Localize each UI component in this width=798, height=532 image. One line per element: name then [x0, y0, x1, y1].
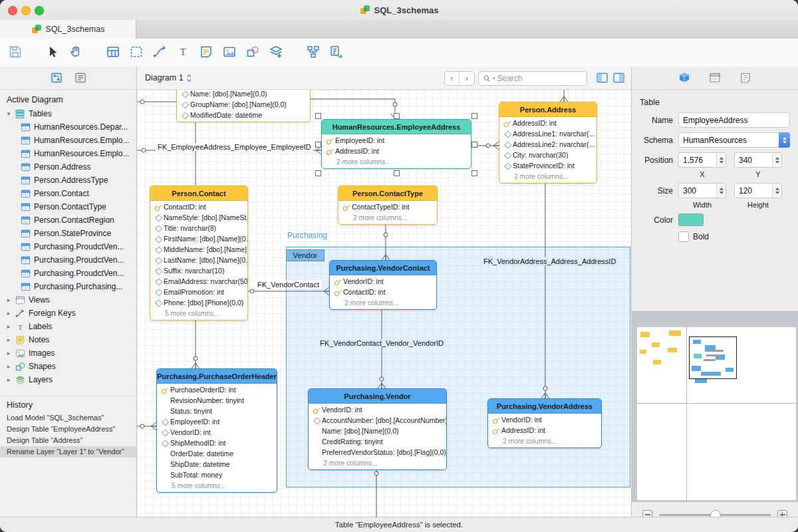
fk-label[interactable]: FK_EmployeeAddress_Employee_EmployeeID: [156, 143, 313, 151]
toolbar-new-view-button[interactable]: [126, 43, 146, 63]
toolbar-hand-button[interactable]: [66, 43, 86, 63]
table-field[interactable]: AddressLine2: nvarchar(...: [499, 139, 597, 150]
panel-tab-note[interactable]: [738, 70, 753, 85]
toolbar-new-shape-button[interactable]: [243, 43, 263, 63]
selection-handle[interactable]: [394, 113, 400, 119]
table-field[interactable]: ContactTypeID: int: [338, 201, 437, 212]
sidebar-item-purchasing-proudctven[interactable]: Purchasing.ProudctVen...: [0, 267, 136, 280]
table-vendor[interactable]: Purchasing.VendorVendorID: intAccountNum…: [308, 388, 447, 470]
table-field[interactable]: RevisionNumber: tinyint: [157, 395, 277, 406]
table-field[interactable]: VendorID: int: [488, 414, 601, 425]
disclosure-triangle[interactable]: ▸: [5, 297, 12, 303]
toolbar-new-label-button[interactable]: T: [173, 43, 193, 63]
table-field[interactable]: Title: nvarchar(8): [150, 223, 247, 233]
sidebar-item-humanresources-emplo[interactable]: HumanResources.Emplo...: [0, 134, 136, 147]
selection-handle[interactable]: [394, 170, 400, 176]
disclosure-triangle[interactable]: ▸: [5, 310, 12, 317]
disclosure-triangle[interactable]: ▾: [5, 110, 12, 117]
toolbar-save-button[interactable]: [5, 43, 25, 63]
table-field[interactable]: EmployeeID: int: [157, 416, 277, 427]
history-item[interactable]: Load Model “SQL_3schemas”: [0, 412, 136, 424]
diagram-canvas[interactable]: Vendor Purchasing: [137, 90, 631, 517]
table-field[interactable]: CreditRating: tinyint: [309, 436, 446, 447]
selection-handle[interactable]: [471, 142, 477, 148]
toolbar-export-sql-button[interactable]: [327, 43, 346, 63]
sidebar-item-purchasing-purchasing[interactable]: Purchasing.Purchasing...: [0, 280, 136, 293]
sidebar-tab-model[interactable]: [73, 70, 88, 85]
table-field[interactable]: AddressID: int: [322, 146, 471, 156]
position-y-input[interactable]: 340: [734, 152, 782, 168]
table-field[interactable]: AddressID: int: [488, 425, 601, 436]
sidebar-item-purchasing-proudctven[interactable]: Purchasing.ProudctVen...: [0, 253, 136, 267]
search-input[interactable]: ▾ Search: [478, 71, 587, 86]
table-field[interactable]: AddressLine1: nvarchar(...: [499, 128, 597, 139]
history-item[interactable]: Design Table “EmployeeAddress”: [0, 424, 136, 435]
selection-handle[interactable]: [471, 113, 477, 119]
table-field[interactable]: City: nvarchar(30): [499, 150, 597, 160]
forward-button[interactable]: ›: [460, 72, 474, 85]
document-tab[interactable]: SQL_3schemas: [0, 20, 136, 39]
sidebar-item-notes[interactable]: ▸Notes: [0, 333, 136, 346]
sidebar-item-person-contactregion[interactable]: Person.ContactRegion: [0, 213, 136, 227]
toolbar-new-note-button[interactable]: [196, 43, 216, 63]
history-item[interactable]: Design Table “Address”: [0, 435, 136, 446]
panel-tab-properties[interactable]: [677, 70, 692, 85]
disclosure-triangle[interactable]: ▸: [5, 323, 12, 330]
diagram-selector[interactable]: Diagram 1: [145, 66, 192, 89]
table-field[interactable]: ShipMethodID: int: [157, 438, 277, 448]
toolbar-new-layer-button[interactable]: [266, 43, 286, 63]
table-vendor-address[interactable]: Purchasing.VendorAddressVendorID: intAdd…: [487, 398, 602, 448]
table-field[interactable]: SubTotal: money: [157, 469, 277, 480]
table-field[interactable]: AddressID: int: [499, 118, 597, 128]
disclosure-triangle[interactable]: ▸: [5, 336, 12, 343]
sidebar-item-person-address[interactable]: Person.Address: [0, 160, 136, 174]
sidebar-item-tables[interactable]: ▾Tables: [0, 107, 136, 120]
back-button[interactable]: ‹: [445, 72, 460, 85]
table-field[interactable]: ModifiedDate: datetime: [177, 110, 310, 120]
bold-checkbox[interactable]: [678, 231, 689, 242]
disclosure-triangle[interactable]: ▸: [5, 376, 12, 383]
stepper-icon[interactable]: [716, 184, 726, 198]
table-field[interactable]: ContactID: int: [150, 201, 247, 212]
stepper-icon[interactable]: [772, 153, 781, 167]
sidebar-item-views[interactable]: ▸Views: [0, 293, 136, 307]
panel-tab-ddl[interactable]: [708, 70, 722, 85]
table-field[interactable]: Status: tinyint: [157, 406, 277, 416]
overview-viewport[interactable]: [689, 336, 737, 379]
disclosure-triangle[interactable]: ▸: [5, 363, 12, 370]
selection-handle[interactable]: [471, 170, 477, 176]
toolbar-new-image-button[interactable]: [219, 43, 239, 63]
history-item[interactable]: Rename Layer “Layer 1” to “Vendor”: [0, 446, 136, 458]
table-field[interactable]: Name: [dbo].[Name](0,0): [177, 90, 310, 99]
size-width-input[interactable]: 300: [678, 183, 726, 198]
toolbar-auto-layout-button[interactable]: [303, 43, 323, 63]
sidebar-item-person-stateprovince[interactable]: Person.StateProvince: [0, 227, 136, 240]
table-field[interactable]: EmailPromotion: int: [150, 287, 247, 297]
table-person-contacttype[interactable]: Person.ContactTypeContactTypeID: int2 mo…: [338, 186, 438, 225]
table-field[interactable]: EmailAddress: nvarchar(50): [150, 276, 247, 287]
table-field[interactable]: VendorID: int: [330, 276, 436, 287]
table-field[interactable]: VendorID: int: [157, 427, 277, 438]
table-field[interactable]: MiddleName: [dbo].[Name]...: [150, 244, 247, 255]
sidebar-item-labels[interactable]: ▸TLabels: [0, 320, 136, 333]
color-swatch[interactable]: [678, 213, 704, 226]
table-field[interactable]: NameStyle: [dbo].[NameSt...: [150, 212, 247, 223]
sidebar-item-foreign-keys[interactable]: ▸Foreign Keys: [0, 307, 136, 320]
table-employee-address[interactable]: HumanResources.EmployeeAddressEmployeeID…: [321, 119, 471, 169]
stepper-icon[interactable]: [716, 153, 726, 167]
toggle-left-panel-button[interactable]: [597, 72, 608, 83]
sidebar-item-humanresources-emplo[interactable]: HumanResources.Emplo...: [0, 147, 136, 160]
sidebar-item-person-contact[interactable]: Person.Contact: [0, 187, 136, 200]
sidebar-item-humanresources-depar[interactable]: HumanResources.Depar...: [0, 120, 136, 134]
sidebar-item-images[interactable]: ▸Images: [0, 346, 136, 360]
position-x-input[interactable]: 1,576: [678, 152, 726, 168]
table-field[interactable]: AccountNumber: [dbo].[AccountNumber]...: [309, 415, 446, 426]
table-field[interactable]: Phone: [dbo].[Phone](0,0): [150, 297, 247, 308]
table-field[interactable]: Suffix: nvarchar(10): [150, 265, 247, 276]
table-field[interactable]: ShipDate: datetime: [157, 459, 277, 469]
table-field[interactable]: EmployeeID: int: [322, 135, 471, 146]
table-field[interactable]: LastName: [dbo].[Name](0...: [150, 255, 247, 265]
table-field[interactable]: OrderDate: datetime: [157, 448, 277, 459]
fk-label[interactable]: FK_VendorAddress_Address_AddressID: [481, 257, 618, 265]
table-employee-partial[interactable]: Name: [dbo].[Name](0,0)GroupName: [dbo].…: [176, 90, 311, 122]
